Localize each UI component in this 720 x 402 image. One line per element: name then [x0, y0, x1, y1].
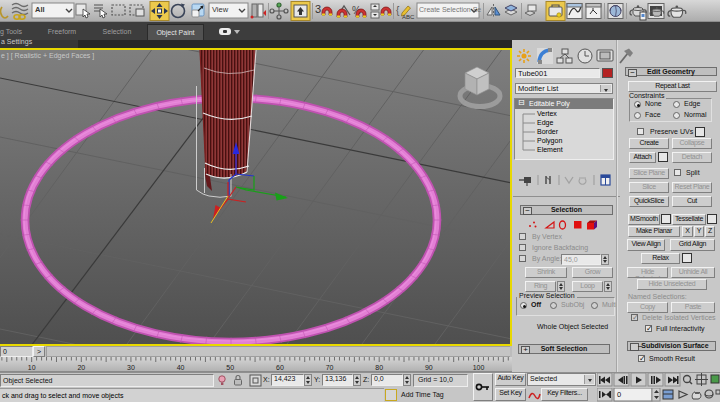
svg-text:10: 10: [28, 364, 36, 371]
svg-text:40: 40: [177, 364, 185, 371]
svg-text:80: 80: [375, 364, 383, 371]
svg-text:70: 70: [326, 364, 334, 371]
svg-text:e ] [ Realistic + Edged Faces: e ] [ Realistic + Edged Faces ]: [1, 52, 94, 60]
svg-text:All: All: [35, 5, 45, 14]
svg-text:3: 3: [315, 3, 321, 15]
svg-text:0: 0: [617, 390, 621, 399]
svg-text:{: {: [396, 5, 400, 16]
svg-text:60: 60: [276, 364, 284, 371]
svg-text:90: 90: [425, 364, 433, 371]
svg-text:50: 50: [226, 364, 234, 371]
svg-text:ABC: ABC: [402, 14, 415, 20]
svg-text:30: 30: [127, 364, 135, 371]
svg-text:100: 100: [473, 364, 485, 371]
svg-text:View: View: [212, 5, 229, 14]
svg-text:20: 20: [77, 364, 85, 371]
